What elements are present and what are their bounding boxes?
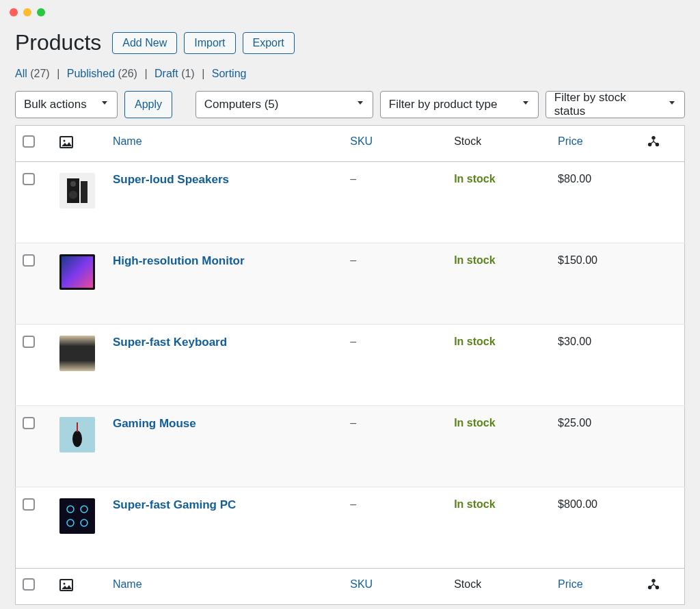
product-name-link[interactable]: High-resolution Monitor: [113, 254, 245, 267]
chevron-down-icon: [355, 98, 366, 112]
window-minimize-icon[interactable]: [23, 8, 31, 16]
tablenav-top: Bulk actions Apply Computers (5) Filter …: [15, 91, 685, 118]
product-price: $80.00: [558, 173, 591, 185]
add-new-button[interactable]: Add New: [112, 32, 177, 54]
export-button[interactable]: Export: [243, 32, 295, 54]
import-button[interactable]: Import: [184, 32, 235, 54]
filter-published-link[interactable]: Published: [67, 68, 115, 79]
stock-status-filter-select[interactable]: Filter by stock status: [546, 91, 685, 118]
bulk-actions-label: Bulk actions: [24, 98, 87, 111]
svg-rect-8: [81, 181, 88, 203]
svg-point-1: [63, 140, 65, 142]
column-name-sort[interactable]: Name: [113, 135, 142, 147]
page-header: Products Add New Import Export: [15, 30, 685, 55]
stock-status: In stock: [454, 336, 495, 347]
image-icon: [59, 139, 73, 151]
column-sku-sort-footer[interactable]: SKU: [350, 578, 373, 590]
products-table: Name SKU Stock Price Super-loud Speakers…: [15, 125, 685, 605]
stock-status: In stock: [454, 254, 495, 266]
chevron-down-icon: [667, 98, 677, 112]
categories-icon: [647, 581, 660, 593]
apply-bulk-button[interactable]: Apply: [124, 91, 172, 118]
product-price: $25.00: [558, 417, 591, 429]
product-thumbnail[interactable]: [59, 336, 95, 371]
product-type-filter-label: Filter by product type: [389, 98, 498, 111]
filter-sorting-link[interactable]: Sorting: [212, 68, 247, 79]
bulk-actions-select[interactable]: Bulk actions: [15, 91, 118, 118]
filter-draft-count: (1): [181, 68, 195, 79]
category-filter-select[interactable]: Computers (5): [196, 91, 373, 118]
categories-icon: [647, 138, 660, 150]
table-row: Gaming Mouse – In stock $25.00: [16, 406, 685, 487]
product-thumbnail[interactable]: [59, 417, 95, 452]
table-row: High-resolution Monitor – In stock $150.…: [16, 243, 685, 325]
product-sku: –: [350, 417, 356, 429]
chevron-down-icon: [520, 98, 531, 112]
product-price: $150.00: [558, 254, 597, 266]
product-thumbnail[interactable]: [59, 498, 95, 534]
svg-point-17: [63, 583, 65, 585]
product-name-link[interactable]: Super-fast Keyboard: [113, 336, 227, 349]
chevron-down-icon: [99, 98, 110, 112]
row-checkbox[interactable]: [23, 173, 35, 185]
filter-all-count: (27): [30, 68, 49, 79]
products-table-body: Super-loud Speakers – In stock $80.00 Hi…: [16, 162, 685, 569]
column-price-sort[interactable]: Price: [558, 135, 582, 147]
svg-point-2: [652, 136, 656, 139]
product-thumbnail[interactable]: [59, 254, 95, 290]
svg-point-7: [69, 191, 77, 199]
product-sku: –: [350, 498, 356, 510]
product-name-link[interactable]: Super-loud Speakers: [113, 173, 229, 186]
image-icon: [59, 582, 73, 594]
select-all-checkbox[interactable]: [23, 135, 35, 148]
product-sku: –: [350, 336, 356, 347]
table-row: Super-fast Keyboard – In stock $30.00: [16, 325, 685, 406]
status-filter-links: All (27) | Published (26) | Draft (1) | …: [15, 68, 685, 80]
row-checkbox[interactable]: [23, 254, 35, 267]
stock-status: In stock: [454, 173, 495, 185]
product-sku: –: [350, 173, 356, 185]
column-sku-sort[interactable]: SKU: [350, 135, 373, 147]
product-price: $30.00: [558, 336, 591, 347]
svg-point-18: [652, 579, 656, 582]
table-row: Super-fast Gaming PC – In stock $800.00: [16, 487, 685, 569]
column-price-sort-footer[interactable]: Price: [558, 578, 582, 590]
product-name-link[interactable]: Gaming Mouse: [113, 417, 196, 430]
row-checkbox[interactable]: [23, 417, 35, 429]
product-name-link[interactable]: Super-fast Gaming PC: [113, 498, 236, 511]
row-checkbox[interactable]: [23, 336, 35, 348]
svg-rect-11: [61, 500, 94, 532]
svg-rect-10: [77, 422, 78, 432]
category-filter-label: Computers (5): [204, 98, 279, 111]
table-row: Super-loud Speakers – In stock $80.00: [16, 162, 685, 243]
filter-published-count: (26): [118, 68, 137, 79]
column-stock-footer: Stock: [447, 569, 551, 605]
product-price: $800.00: [558, 498, 597, 510]
window-maximize-icon[interactable]: [37, 8, 45, 16]
column-stock: Stock: [447, 126, 551, 162]
stock-status: In stock: [454, 498, 495, 510]
window-close-icon[interactable]: [10, 8, 18, 16]
product-sku: –: [350, 254, 356, 266]
filter-draft-link[interactable]: Draft: [154, 68, 178, 79]
column-name-sort-footer[interactable]: Name: [113, 578, 142, 590]
stock-status: In stock: [454, 417, 495, 429]
stock-status-filter-label: Filter by stock status: [554, 91, 658, 118]
filter-all-link[interactable]: All: [15, 68, 27, 79]
window-chrome: [0, 0, 700, 25]
product-type-filter-select[interactable]: Filter by product type: [380, 91, 539, 118]
svg-point-6: [70, 181, 76, 187]
select-all-checkbox-footer[interactable]: [23, 578, 35, 591]
svg-point-9: [72, 431, 82, 447]
page-title: Products: [15, 30, 101, 55]
row-checkbox[interactable]: [23, 498, 35, 511]
product-thumbnail[interactable]: [59, 173, 95, 208]
